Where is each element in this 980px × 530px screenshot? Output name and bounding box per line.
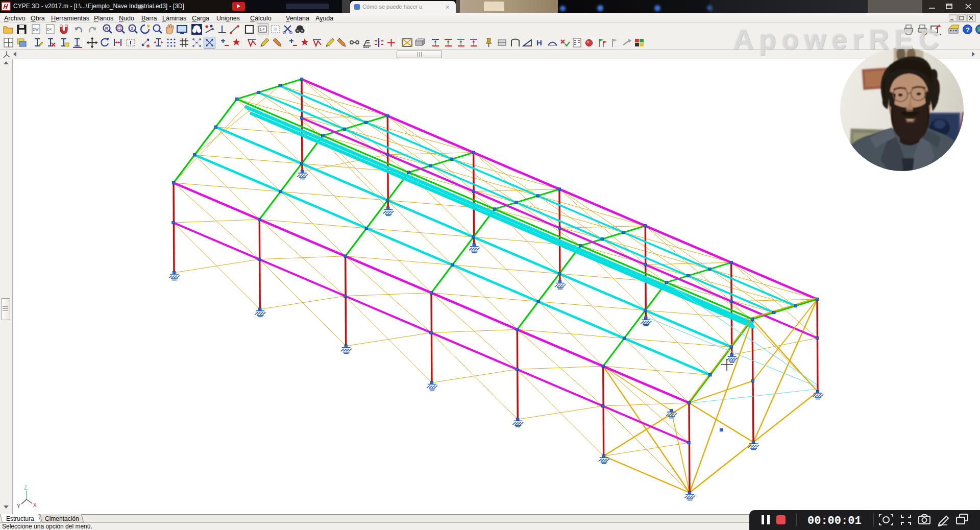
svg-text:Z: Z [24,485,27,491]
svg-text:2: 2 [131,26,134,31]
svg-text:X: X [33,502,37,508]
svg-text:Y: Y [17,503,20,509]
svg-text:?: ? [966,26,970,34]
svg-text:DW: DW [33,28,39,31]
svg-text:1.4: 1.4 [260,28,265,31]
svg-text:00:00:01: 00:00:01 [807,515,862,527]
svg-text:R: R [105,26,108,31]
svg-text:H: H [536,38,542,47]
svg-text:DX: DX [47,28,52,31]
